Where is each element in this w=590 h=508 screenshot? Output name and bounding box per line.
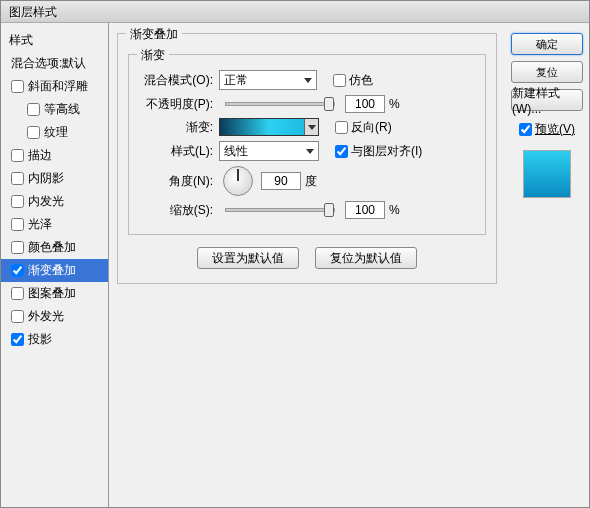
angle-label: 角度(N): bbox=[137, 173, 215, 190]
opacity-slider[interactable] bbox=[225, 102, 335, 106]
style-item-checkbox[interactable] bbox=[11, 310, 24, 323]
style-item-8[interactable]: 渐变叠加 bbox=[1, 259, 108, 282]
blend-mode-dropdown[interactable]: 正常 bbox=[219, 70, 317, 90]
opacity-label: 不透明度(P): bbox=[137, 96, 215, 113]
ok-button[interactable]: 确定 bbox=[511, 33, 583, 55]
chevron-down-icon[interactable] bbox=[304, 119, 318, 135]
style-item-checkbox[interactable] bbox=[27, 103, 40, 116]
style-label: 样式(L): bbox=[137, 143, 215, 160]
action-panel: 确定 复位 新建样式(W)... 预览(V) bbox=[505, 23, 589, 507]
style-item-1[interactable]: 等高线 bbox=[1, 98, 108, 121]
style-item-checkbox[interactable] bbox=[11, 218, 24, 231]
style-item-checkbox[interactable] bbox=[11, 264, 24, 277]
scale-label: 缩放(S): bbox=[137, 202, 215, 219]
reverse-checkbox[interactable]: 反向(R) bbox=[335, 119, 392, 136]
style-item-label: 投影 bbox=[28, 331, 52, 348]
dialog-content: 样式 混合选项:默认 斜面和浮雕等高线纹理描边内阴影内发光光泽颜色叠加渐变叠加图… bbox=[1, 23, 589, 507]
style-item-5[interactable]: 内发光 bbox=[1, 190, 108, 213]
gradient-label: 渐变: bbox=[137, 119, 215, 136]
style-item-11[interactable]: 投影 bbox=[1, 328, 108, 351]
opacity-unit: % bbox=[389, 97, 400, 111]
gradient-subgroup: 渐变 混合模式(O): 正常 仿色 不透明度(P): 100 % bbox=[128, 54, 486, 235]
styles-header: 样式 bbox=[1, 29, 108, 52]
style-item-checkbox[interactable] bbox=[11, 195, 24, 208]
new-style-button[interactable]: 新建样式(W)... bbox=[511, 89, 583, 111]
scale-input[interactable]: 100 bbox=[345, 201, 385, 219]
style-item-label: 斜面和浮雕 bbox=[28, 78, 88, 95]
make-default-button[interactable]: 设置为默认值 bbox=[197, 247, 299, 269]
blending-options-default[interactable]: 混合选项:默认 bbox=[1, 52, 108, 75]
gradient-overlay-group: 渐变叠加 渐变 混合模式(O): 正常 仿色 不透明度(P): bbox=[117, 33, 497, 284]
subgroup-title: 渐变 bbox=[137, 47, 169, 64]
style-item-label: 等高线 bbox=[44, 101, 80, 118]
style-item-label: 光泽 bbox=[28, 216, 52, 233]
style-item-checkbox[interactable] bbox=[11, 333, 24, 346]
chevron-down-icon bbox=[306, 149, 314, 154]
style-item-0[interactable]: 斜面和浮雕 bbox=[1, 75, 108, 98]
style-item-label: 图案叠加 bbox=[28, 285, 76, 302]
preview-checkbox[interactable]: 预览(V) bbox=[511, 121, 583, 138]
style-item-label: 外发光 bbox=[28, 308, 64, 325]
opacity-input[interactable]: 100 bbox=[345, 95, 385, 113]
dither-checkbox[interactable]: 仿色 bbox=[333, 72, 373, 89]
style-item-3[interactable]: 描边 bbox=[1, 144, 108, 167]
style-item-10[interactable]: 外发光 bbox=[1, 305, 108, 328]
style-item-4[interactable]: 内阴影 bbox=[1, 167, 108, 190]
style-item-label: 内发光 bbox=[28, 193, 64, 210]
window-title: 图层样式 bbox=[1, 1, 589, 23]
reset-default-button[interactable]: 复位为默认值 bbox=[315, 247, 417, 269]
scale-unit: % bbox=[389, 203, 400, 217]
style-item-label: 渐变叠加 bbox=[28, 262, 76, 279]
style-item-7[interactable]: 颜色叠加 bbox=[1, 236, 108, 259]
style-item-checkbox[interactable] bbox=[27, 126, 40, 139]
scale-slider[interactable] bbox=[225, 208, 335, 212]
angle-unit: 度 bbox=[305, 173, 317, 190]
settings-panel: 渐变叠加 渐变 混合模式(O): 正常 仿色 不透明度(P): bbox=[109, 23, 505, 507]
style-item-checkbox[interactable] bbox=[11, 241, 24, 254]
style-item-checkbox[interactable] bbox=[11, 287, 24, 300]
blend-mode-label: 混合模式(O): bbox=[137, 72, 215, 89]
gradient-picker[interactable] bbox=[219, 118, 319, 136]
style-item-label: 内阴影 bbox=[28, 170, 64, 187]
layer-style-dialog: 图层样式 样式 混合选项:默认 斜面和浮雕等高线纹理描边内阴影内发光光泽颜色叠加… bbox=[0, 0, 590, 508]
group-title: 渐变叠加 bbox=[126, 26, 182, 43]
style-item-checkbox[interactable] bbox=[11, 80, 24, 93]
style-item-label: 颜色叠加 bbox=[28, 239, 76, 256]
style-item-9[interactable]: 图案叠加 bbox=[1, 282, 108, 305]
style-item-checkbox[interactable] bbox=[11, 149, 24, 162]
reset-button[interactable]: 复位 bbox=[511, 61, 583, 83]
align-checkbox[interactable]: 与图层对齐(I) bbox=[335, 143, 422, 160]
style-item-label: 描边 bbox=[28, 147, 52, 164]
style-dropdown[interactable]: 线性 bbox=[219, 141, 319, 161]
styles-list-panel: 样式 混合选项:默认 斜面和浮雕等高线纹理描边内阴影内发光光泽颜色叠加渐变叠加图… bbox=[1, 23, 109, 507]
style-item-2[interactable]: 纹理 bbox=[1, 121, 108, 144]
angle-knob[interactable] bbox=[223, 166, 253, 196]
style-item-6[interactable]: 光泽 bbox=[1, 213, 108, 236]
preview-swatch bbox=[523, 150, 571, 198]
chevron-down-icon bbox=[304, 78, 312, 83]
angle-input[interactable]: 90 bbox=[261, 172, 301, 190]
style-item-label: 纹理 bbox=[44, 124, 68, 141]
style-item-checkbox[interactable] bbox=[11, 172, 24, 185]
